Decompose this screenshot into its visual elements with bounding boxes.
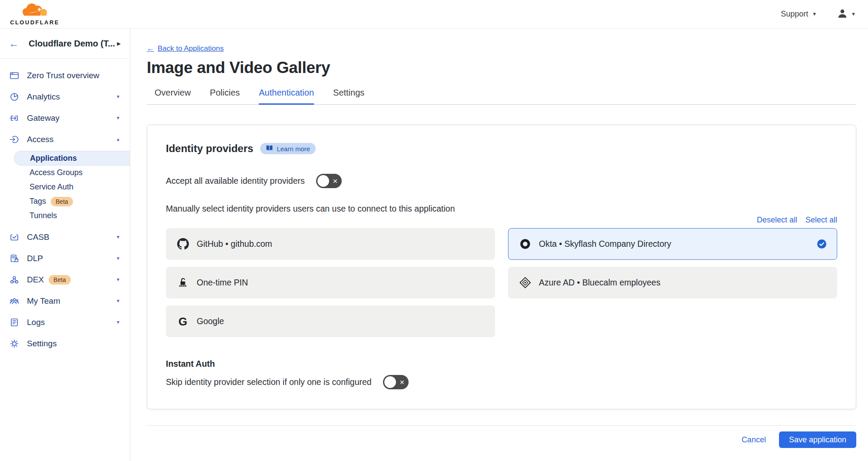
chevron-down-icon[interactable]: ▼ [116,95,120,99]
manual-select-text: Manually select identity providers users… [166,204,837,214]
user-icon [837,8,848,21]
sidebar-item-logs[interactable]: Logs ▼ [0,312,130,333]
back-arrow-icon: ← [147,44,154,53]
chevron-down-icon: ▼ [851,12,856,17]
tab-authentication[interactable]: Authentication [259,88,314,105]
sidebar-item-label: Zero Trust overview [27,71,99,80]
log-list-icon [9,317,20,328]
github-icon [177,238,189,250]
instant-auth-label: Skip identity provider selection if only… [166,377,372,387]
sidebar-item-service-auth[interactable]: Service Auth [0,180,130,194]
chevron-down-icon[interactable]: ▼ [116,235,120,239]
access-submenu: Applications Access Groups Service Auth … [0,151,130,223]
selection-links: Deselect all Select all [166,216,837,225]
sidebar-nav: Zero Trust overview Analytics ▼ [0,59,130,354]
footer-actions: Cancel Save application [147,426,856,448]
back-link-label: Back to Applications [158,44,224,53]
beta-badge: Beta [51,197,73,206]
cancel-button[interactable]: Cancel [742,435,766,444]
sidebar-item-access-groups[interactable]: Access Groups [0,166,130,180]
google-icon: G [177,315,189,328]
provider-tile-azure-ad[interactable]: Azure AD • Bluecalm employees [508,267,837,298]
book-icon [266,144,273,153]
okta-icon [519,238,531,250]
cloudflare-cloud-icon [20,3,49,19]
sidebar-item-dex[interactable]: DEX Beta ▼ [0,269,130,290]
learn-more-badge[interactable]: Learn more [260,143,316,154]
provider-tile-github[interactable]: GitHub • github.com [166,228,495,260]
azure-ad-icon [519,277,531,289]
sidebar-item-settings[interactable]: Settings [0,333,130,354]
card-title: Identity providers [166,143,253,155]
identity-providers-card: Identity providers Learn more Accept all… [147,125,856,409]
sidebar-item-casb[interactable]: CASB ▼ [0,226,130,248]
instant-auth-toggle[interactable]: ✕ [383,375,409,389]
provider-label: One-time PIN [197,278,248,288]
save-application-button[interactable]: Save application [779,431,856,448]
back-arrow-icon[interactable]: ← [9,39,19,49]
sidebar-item-label: Settings [27,339,57,348]
access-login-icon [9,134,20,145]
provider-tile-google[interactable]: G Google [166,305,495,337]
user-menu[interactable]: ▼ [837,8,856,21]
sidebar-item-tags[interactable]: Tags Beta [0,194,130,209]
support-label: Support [781,10,808,19]
sidebar-subitem-label: Applications [30,154,77,163]
topbar-right: Support ▼ ▼ [781,8,856,21]
chevron-right-icon[interactable]: ▶ [117,41,121,46]
accept-all-label: Accept all available identity providers [166,176,305,186]
account-switcher[interactable]: ← Cloudflare Demo (T... ▶ [0,29,130,59]
svg-text:****: **** [179,284,187,289]
sidebar-subitem-label: Tags [30,197,46,206]
chevron-down-icon[interactable]: ▼ [116,116,120,120]
provider-tile-one-time-pin[interactable]: **** One-time PIN [166,267,495,298]
zero-trust-dashboard: CLOUDFLARE Support ▼ ▼ ← C [0,0,868,461]
chevron-down-icon: ▼ [812,12,817,17]
sidebar-item-analytics[interactable]: Analytics ▼ [0,86,130,107]
chevron-down-icon[interactable]: ▼ [116,278,120,282]
sidebar-item-label: Gateway [27,113,59,123]
sidebar-item-applications[interactable]: Applications [14,151,130,166]
provider-label: Azure AD • Bluecalm employees [539,278,660,288]
providers-grid: GitHub • github.com Okta • Skyflash Comp… [166,228,837,337]
support-menu[interactable]: Support ▼ [781,10,817,19]
casb-box-check-icon [9,232,20,242]
accept-all-row: Accept all available identity providers … [166,174,837,188]
chevron-down-icon[interactable]: ▼ [116,256,120,261]
provider-label: Okta • Skyflash Company Directory [539,239,671,249]
instant-auth-heading: Instant Auth [166,359,837,369]
sidebar-item-zero-trust-overview[interactable]: Zero Trust overview [0,65,130,86]
one-time-pin-lock-icon: **** [177,277,189,289]
provider-label: Google [197,316,224,326]
gear-icon [9,338,20,349]
gateway-icon [9,113,20,123]
tab-policies[interactable]: Policies [210,88,240,105]
chevron-down-icon[interactable]: ▼ [116,320,120,325]
tab-settings[interactable]: Settings [333,88,364,105]
provider-tile-okta[interactable]: Okta • Skyflash Company Directory [508,228,837,260]
sidebar-item-label: My Team [27,296,60,306]
select-all-link[interactable]: Select all [805,216,837,225]
back-to-applications-link[interactable]: ← Back to Applications [147,44,224,53]
chevron-up-icon[interactable]: ▲ [116,137,120,142]
accept-all-toggle[interactable]: ✕ [316,174,342,188]
sidebar-item-gateway[interactable]: Gateway ▼ [0,107,130,129]
tab-overview[interactable]: Overview [155,88,191,105]
sidebar-item-access[interactable]: Access ▲ [0,129,130,150]
sidebar-item-tunnels[interactable]: Tunnels [0,209,130,223]
main-content: ← Back to Applications Image and Video G… [130,29,868,461]
brand-wordmark: CLOUDFLARE [10,19,59,26]
instant-auth-row: Skip identity provider selection if only… [166,375,837,389]
sidebar-item-my-team[interactable]: My Team ▼ [0,290,130,312]
deselect-all-link[interactable]: Deselect all [757,216,797,225]
toggle-knob [317,175,329,187]
document-lock-icon [9,253,20,264]
people-group-icon [9,296,20,306]
beta-badge: Beta [49,275,71,285]
sidebar-item-dlp[interactable]: DLP ▼ [0,248,130,269]
cloudflare-logo[interactable]: CLOUDFLARE [6,3,63,26]
account-name: Cloudflare Demo (T... [29,39,117,49]
chevron-down-icon[interactable]: ▼ [116,299,120,303]
sidebar-item-label: Access [27,135,53,144]
provider-label: GitHub • github.com [197,239,272,249]
